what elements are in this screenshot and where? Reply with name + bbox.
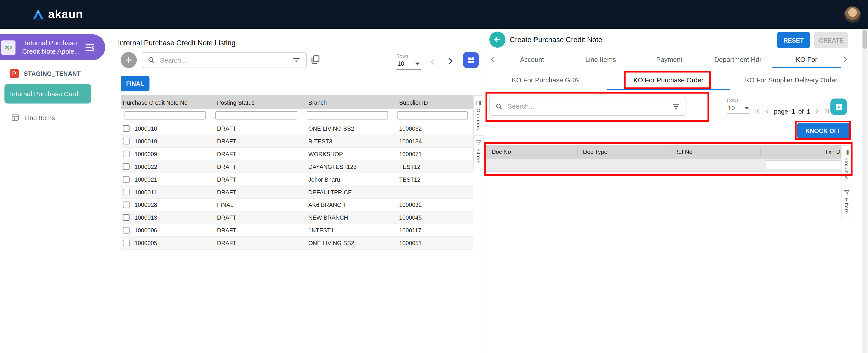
sidebar-app-button[interactable]: ogo Internal Purchase Credit Note Apple.… bbox=[0, 34, 105, 60]
app-logo-placeholder: ogo bbox=[1, 40, 16, 54]
col-header-posting-status[interactable]: Posting Status bbox=[212, 99, 303, 105]
tab-ko-for[interactable]: KO For bbox=[772, 52, 841, 68]
module-button-label: Internal Purchase Cred... bbox=[10, 90, 84, 98]
col-header-note-no[interactable]: Purchase Credit Note No bbox=[121, 99, 212, 105]
listing-search-input[interactable] bbox=[159, 56, 288, 64]
brand-logo[interactable]: akaun bbox=[32, 8, 83, 21]
table-row[interactable]: 1000011 DRAFT DEFAULTPRICE bbox=[121, 186, 473, 199]
sidebar-item-tenant[interactable]: STAGING_TENANT bbox=[10, 69, 81, 78]
table-row[interactable]: 1000022 DRAFT DAYANGTEST123 TEST12 bbox=[121, 160, 473, 173]
filter-input-note-no[interactable] bbox=[125, 111, 206, 120]
table-row[interactable]: 1000010 DRAFT ONE LIVING SS2 1000032 bbox=[121, 122, 473, 135]
subtab-ko-supplier-delivery-order[interactable]: KO For Supplier Delivery Order bbox=[730, 71, 852, 90]
row-checkbox[interactable] bbox=[123, 125, 129, 132]
next-page-button[interactable] bbox=[446, 57, 455, 66]
back-button[interactable] bbox=[490, 32, 505, 48]
reset-button[interactable]: RESET bbox=[777, 32, 810, 48]
table-row[interactable]: 1000019 DRAFT B-TEST3 1000134 bbox=[121, 135, 473, 148]
row-checkbox[interactable] bbox=[123, 201, 129, 208]
filter-input-branch[interactable] bbox=[307, 111, 388, 120]
row-checkbox[interactable] bbox=[123, 240, 129, 246]
copy-icon[interactable] bbox=[310, 54, 320, 65]
table-row[interactable]: 1000009 DRAFT WORKSHOP 1000071 bbox=[121, 148, 473, 160]
create-tabs: Account Line Items Payment Department Hd… bbox=[485, 52, 854, 68]
knock-off-button[interactable]: KNOCK OFF bbox=[797, 123, 850, 138]
col-header-branch[interactable]: Branch bbox=[303, 99, 394, 105]
sidebar-module-button[interactable]: Internal Purchase Cred... bbox=[4, 84, 91, 103]
ko-pagination: page 1 of 1 bbox=[754, 106, 831, 116]
menu-collapse-icon[interactable] bbox=[84, 42, 95, 53]
col-header-doc-no[interactable]: Doc No bbox=[492, 149, 511, 155]
filters-toggle-label: Filters bbox=[475, 149, 481, 164]
tab-department-hdr[interactable]: Department Hdr bbox=[704, 52, 772, 68]
table-row[interactable]: 1000028 FINAL AK6 BRANCH 1000032 bbox=[121, 199, 473, 212]
col-header-ref-no[interactable]: Ref No bbox=[674, 149, 692, 155]
header-separator bbox=[577, 147, 578, 157]
tab-payment[interactable]: Payment bbox=[635, 52, 704, 68]
rows-caption: Rows bbox=[396, 53, 421, 59]
row-checkbox[interactable] bbox=[123, 214, 129, 221]
rows-per-page: Rows 10 bbox=[396, 53, 421, 70]
table-row[interactable]: 1000005 DRAFT ONE LIVING SS2 1000051 bbox=[121, 237, 473, 250]
last-page-icon[interactable] bbox=[824, 108, 831, 115]
sidebar: ogo Internal Purchase Credit Note Apple.… bbox=[0, 29, 116, 353]
cell-note-no: 1000005 bbox=[134, 240, 157, 246]
tabs-scroll-right-icon[interactable] bbox=[842, 56, 849, 65]
tabs-scroll-left-icon[interactable] bbox=[489, 56, 496, 65]
row-checkbox[interactable] bbox=[123, 189, 129, 195]
col-header-doc-type[interactable]: Doc Type bbox=[583, 149, 607, 155]
row-checkbox[interactable] bbox=[123, 176, 129, 183]
rows-value: 10 bbox=[728, 105, 735, 111]
columns-toggle[interactable]: Columns bbox=[841, 145, 851, 186]
col-header-supplier-id[interactable]: Supplier ID bbox=[394, 99, 473, 105]
cell-supplier-id: 1000134 bbox=[394, 138, 473, 145]
next-page-icon[interactable] bbox=[814, 108, 820, 115]
cell-branch: B-TEST3 bbox=[303, 138, 394, 145]
columns-toggle[interactable]: Columns bbox=[473, 95, 483, 136]
table-row[interactable]: 1000013 DRAFT NEW BRANCH 1000045 bbox=[121, 212, 473, 224]
ko-search-input[interactable] bbox=[506, 102, 668, 110]
tenant-pdf-icon bbox=[10, 69, 19, 78]
filter-icon[interactable] bbox=[672, 102, 680, 110]
filters-toggle[interactable]: Filters bbox=[473, 136, 483, 169]
first-page-icon[interactable] bbox=[754, 108, 761, 115]
cell-branch: DAYANGTEST123 bbox=[303, 163, 394, 170]
table-row[interactable]: 1000006 DRAFT 1NTEST1 1000117 bbox=[121, 224, 473, 237]
scrollbar-thumb[interactable] bbox=[863, 30, 867, 49]
ko-table-header: Doc No Doc Type Ref No Txn Dat bbox=[486, 145, 841, 159]
cell-supplier-id: TEST12 bbox=[394, 176, 473, 183]
filter-input-supplier-id[interactable] bbox=[398, 111, 468, 120]
filter-input-posting-status[interactable] bbox=[215, 111, 297, 120]
add-button[interactable] bbox=[121, 52, 137, 68]
row-checkbox[interactable] bbox=[123, 163, 129, 170]
filters-toggle-label: Filters bbox=[844, 198, 849, 214]
sidebar-item-line-items[interactable]: Line Items bbox=[11, 114, 55, 122]
top-navbar: akaun bbox=[0, 0, 868, 29]
rows-per-page-select[interactable]: 10 bbox=[727, 103, 750, 114]
final-filter-button[interactable]: FINAL bbox=[121, 76, 149, 91]
grid-view-button[interactable] bbox=[463, 52, 479, 68]
col-header-txn-date[interactable]: Txn Dat bbox=[825, 149, 841, 155]
tab-line-items[interactable]: Line Items bbox=[566, 52, 635, 68]
window-scrollbar[interactable] bbox=[862, 29, 867, 353]
prev-page-icon[interactable] bbox=[764, 108, 771, 115]
table-row[interactable]: 1000021 DRAFT Johor Bharu TEST12 bbox=[121, 173, 473, 186]
tab-account[interactable]: Account bbox=[498, 52, 566, 68]
subtab-ko-purchase-grn[interactable]: KO For Purchase GRN bbox=[485, 71, 607, 90]
cell-note-no: 1000022 bbox=[134, 163, 157, 170]
ko-filter-input[interactable] bbox=[766, 160, 841, 169]
create-button: CREATE bbox=[814, 32, 848, 48]
row-checkbox[interactable] bbox=[123, 138, 129, 145]
filter-icon[interactable] bbox=[292, 56, 301, 64]
row-checkbox[interactable] bbox=[123, 151, 129, 157]
listing-table-body: 1000010 DRAFT ONE LIVING SS2 1000032 100… bbox=[121, 122, 473, 250]
filters-toggle[interactable]: Filters bbox=[841, 186, 851, 219]
row-checkbox[interactable] bbox=[123, 227, 129, 233]
search-icon bbox=[495, 103, 503, 110]
grid-view-button[interactable] bbox=[831, 99, 847, 115]
prev-page-button[interactable] bbox=[428, 58, 437, 66]
user-avatar[interactable] bbox=[844, 6, 861, 23]
rows-per-page-select[interactable]: 10 bbox=[396, 59, 421, 70]
subtab-ko-purchase-order[interactable]: KO For Purchase Order bbox=[607, 71, 730, 90]
columns-toggle-label: Columns bbox=[475, 108, 481, 130]
